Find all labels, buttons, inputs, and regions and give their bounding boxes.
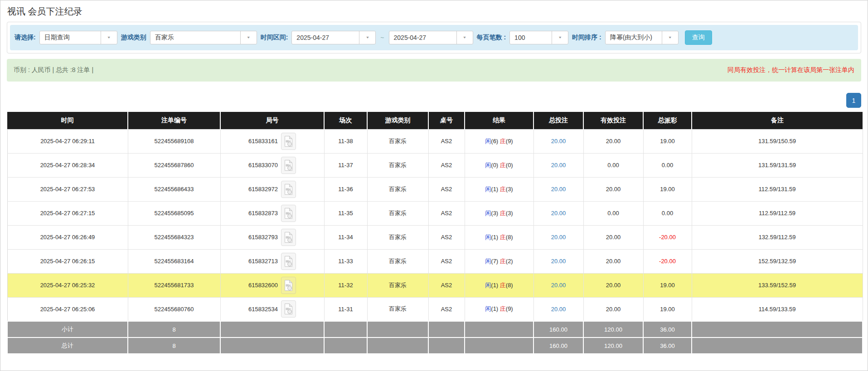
cell-session: 11-31 xyxy=(324,297,367,321)
total-bet-link[interactable]: 20.00 xyxy=(551,234,566,241)
cell-bet-id: 522455686433 xyxy=(128,177,220,201)
chevron-down-icon: ▼ xyxy=(456,31,473,44)
result-banker: 庄 xyxy=(500,162,506,169)
cell-result: 闲(1) 庄(9) xyxy=(465,297,533,321)
result-banker: 庄 xyxy=(500,234,506,241)
game-category-label: 游戏类别 xyxy=(121,34,146,42)
cell-payout: 0.00 xyxy=(643,201,692,225)
cell-round: 615832600 xyxy=(220,273,324,297)
cell-total-bet: 20.00 xyxy=(533,249,583,273)
summary-valid-bet: 120.00 xyxy=(583,337,643,354)
round-id: 615832793 xyxy=(248,234,278,241)
total-bet-link[interactable]: 20.00 xyxy=(551,210,566,217)
search-button[interactable]: 查询 xyxy=(685,30,712,45)
summary-total-bet: 160.00 xyxy=(533,321,583,337)
query-type-select[interactable]: 日期查询 ▼ xyxy=(39,31,117,44)
cell-bet-id: 522455687860 xyxy=(128,153,220,177)
cell-game: 百家乐 xyxy=(367,201,428,225)
cell-session: 11-38 xyxy=(324,129,367,153)
cell-result: 闲(7) 庄(2) xyxy=(465,249,533,273)
cell-total-bet: 20.00 xyxy=(533,129,583,153)
cell-result: 闲(3) 庄(3) xyxy=(465,201,533,225)
video-replay-button[interactable] xyxy=(281,229,296,246)
cell-round: 615832534 xyxy=(220,297,324,321)
cell-result: 闲(0) 庄(0) xyxy=(465,153,533,177)
cell-round: 615832873 xyxy=(220,201,324,225)
total-bet-link[interactable]: 20.00 xyxy=(551,138,566,145)
result-player: 闲 xyxy=(485,282,491,289)
cell-payout: 19.00 xyxy=(643,273,692,297)
page: 视讯 会员下注纪录 请选择: 日期查询 ▼ 游戏类别 百家乐 ▼ 时间区间: 2… xyxy=(0,0,868,371)
cell-table-no: AS2 xyxy=(428,177,465,201)
table-row: 2025-04-27 06:25:06 522455680760 6158325… xyxy=(7,297,863,321)
result-banker: 庄 xyxy=(500,186,506,193)
cell-time: 2025-04-27 06:26:49 xyxy=(7,225,128,249)
total-bet-link[interactable]: 20.00 xyxy=(551,186,566,193)
cell-remark: 112.59/131.59 xyxy=(692,177,863,201)
total-bet-link[interactable]: 20.00 xyxy=(551,162,566,169)
cell-valid-bet: 20.00 xyxy=(583,297,643,321)
pagination: 1 xyxy=(7,93,861,108)
column-header: 场次 xyxy=(324,112,367,129)
cell-table-no: AS2 xyxy=(428,273,465,297)
game-category-select[interactable]: 百家乐 ▼ xyxy=(150,31,257,44)
video-replay-button[interactable] xyxy=(281,181,296,198)
cell-bet-id: 522455685095 xyxy=(128,201,220,225)
video-replay-button[interactable] xyxy=(281,133,296,150)
cell-remark: 131.59/150.59 xyxy=(692,129,863,153)
cell-result: 闲(6) 庄(9) xyxy=(465,129,533,153)
table-footer: 小计 8 160.00 120.00 36.00 总计 8 160.00 120… xyxy=(7,321,863,354)
column-header: 总派彩 xyxy=(643,112,692,129)
video-file-icon xyxy=(284,231,293,243)
cell-round: 615832713 xyxy=(220,249,324,273)
cell-valid-bet: 20.00 xyxy=(583,225,643,249)
table-row: 2025-04-27 06:26:15 522455683164 6158327… xyxy=(7,249,863,273)
video-replay-button[interactable] xyxy=(281,300,296,318)
cell-valid-bet: 20.00 xyxy=(583,177,643,201)
table-row: 2025-04-27 06:28:34 522455687860 6158330… xyxy=(7,153,863,177)
cell-time: 2025-04-27 06:28:34 xyxy=(7,153,128,177)
chevron-down-icon: ▼ xyxy=(662,31,678,44)
date-range-separator: ~ xyxy=(379,34,385,41)
video-replay-button[interactable] xyxy=(281,277,296,294)
cell-time: 2025-04-27 06:27:53 xyxy=(7,177,128,201)
result-banker: 庄 xyxy=(500,210,506,217)
time-range-label: 时间区间: xyxy=(261,34,288,42)
date-to-select[interactable]: 2025-04-27 ▼ xyxy=(389,31,473,44)
summary-bar: 币别 : 人民币 | 总共 :8 注单 | 同局有效投注，统一计算在该局第一张注… xyxy=(7,59,861,82)
video-replay-button[interactable] xyxy=(281,253,296,270)
column-header: 结果 xyxy=(465,112,533,129)
cell-total-bet: 20.00 xyxy=(533,201,583,225)
cell-remark: 152.59/132.59 xyxy=(692,249,863,273)
cell-time: 2025-04-27 06:29:11 xyxy=(7,129,128,153)
result-player: 闲 xyxy=(485,138,491,145)
round-id: 615832713 xyxy=(248,258,278,265)
chevron-down-icon: ▼ xyxy=(240,31,257,44)
filter-bar: 请选择: 日期查询 ▼ 游戏类别 百家乐 ▼ 时间区间: 2025-04-27 … xyxy=(10,25,858,50)
video-replay-button[interactable] xyxy=(281,205,296,222)
total-bet-link[interactable]: 20.00 xyxy=(551,306,566,313)
video-file-icon xyxy=(284,207,293,219)
query-type-label: 请选择: xyxy=(15,34,36,42)
round-id: 615832873 xyxy=(248,210,278,217)
cell-bet-id: 522455681733 xyxy=(128,273,220,297)
cell-bet-id: 522455683164 xyxy=(128,249,220,273)
total-bet-link[interactable]: 20.00 xyxy=(551,282,566,289)
page-1-button[interactable]: 1 xyxy=(846,93,861,108)
total-bet-link[interactable]: 20.00 xyxy=(551,258,566,265)
bet-records-table: 时间注单编号局号场次游戏类别桌号结果总投注有效投注总派彩备注 2025-04-2… xyxy=(7,112,863,354)
page-size-select[interactable]: 100 ▼ xyxy=(509,31,568,44)
cell-game: 百家乐 xyxy=(367,249,428,273)
cell-time: 2025-04-27 06:25:06 xyxy=(7,297,128,321)
round-id: 615832534 xyxy=(248,306,278,313)
summary-payout: 36.00 xyxy=(643,321,692,337)
date-from-select[interactable]: 2025-04-27 ▼ xyxy=(291,31,376,44)
page-size-label: 每页笔数 : xyxy=(477,34,506,42)
cell-round: 615833161 xyxy=(220,129,324,153)
cell-time: 2025-04-27 06:26:15 xyxy=(7,249,128,273)
cell-session: 11-37 xyxy=(324,153,367,177)
video-file-icon xyxy=(284,159,293,171)
video-replay-button[interactable] xyxy=(281,157,296,174)
cell-time: 2025-04-27 06:25:32 xyxy=(7,273,128,297)
time-sort-select[interactable]: 降幂(由大到小) ▼ xyxy=(605,31,679,44)
